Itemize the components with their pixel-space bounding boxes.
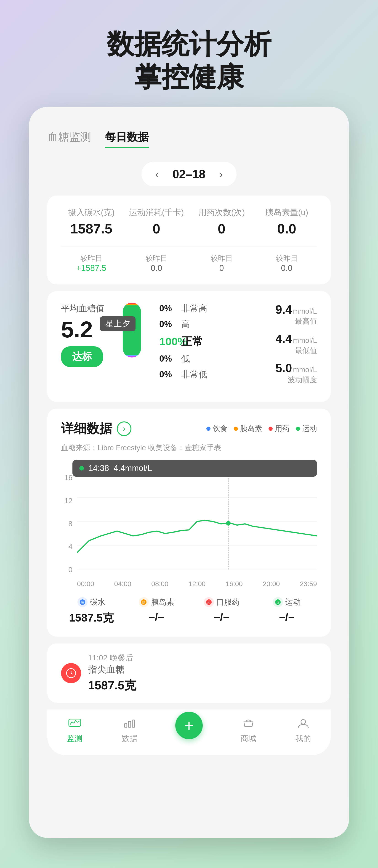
- medication-compare-label: 较昨日: [191, 253, 252, 264]
- stat-medication-value: 0: [191, 221, 252, 237]
- bottom-insulin-value: –/–: [126, 611, 187, 623]
- detail-section: 详细数据 › 饮食 胰岛素 用药 运动: [47, 409, 331, 637]
- x-label-2000: 20:00: [263, 580, 280, 588]
- x-label-0400: 04:00: [114, 580, 131, 588]
- nav-monitor[interactable]: 监测: [66, 716, 84, 744]
- bottom-oral-label: 药 口服药: [191, 597, 252, 608]
- bs-amplitude-value: 5.0: [275, 361, 292, 375]
- stat-carbs-label: 摄入碳水(克): [61, 207, 122, 218]
- stat-exercise: 运动消耗(千卡) 0: [126, 207, 187, 239]
- nav-data-label: 数据: [122, 733, 137, 744]
- chart-x-labels: 00:00 04:00 08:00 12:00 16:00 20:00 23:5…: [77, 580, 317, 588]
- medication-compare-value: 0: [191, 264, 252, 273]
- bs-max: 9.4 mmol/L 最高值: [275, 303, 317, 327]
- bs-badge: 达标: [61, 346, 103, 367]
- svg-text:药: 药: [207, 600, 210, 604]
- stat-carbs-value: 1587.5: [61, 221, 122, 237]
- stat-insulin-label: 胰岛素量(u): [256, 207, 317, 218]
- nav-shop[interactable]: 商城: [239, 716, 258, 744]
- insulin-icon: 胰: [139, 597, 149, 607]
- exercise-icon: 运: [273, 597, 283, 607]
- header-title-line2: 掌控健康: [18, 60, 360, 93]
- bottom-carbs-value: 1587.5克: [61, 611, 122, 625]
- bs-bar-chart: 星上夕: [114, 303, 150, 362]
- nav-add-button[interactable]: +: [175, 712, 203, 739]
- stat-compare-row: 较昨日 +1587.5 较昨日 0.0 较昨日 0 较昨日 0.0: [61, 253, 317, 273]
- exercise-compare-label: 较昨日: [126, 253, 187, 264]
- chart-area: [77, 473, 317, 569]
- svg-rect-14: [69, 719, 81, 726]
- x-label-2359: 23:59: [300, 580, 317, 588]
- blood-sugar-card: 平均血糖值 5.2 达标 星上夕 0% 非常高: [47, 291, 331, 402]
- svg-text:胰: 胰: [142, 600, 145, 604]
- legend-insulin-label: 胰岛素: [240, 424, 262, 434]
- bs-max-value: 9.4: [275, 303, 292, 316]
- shop-icon: [239, 716, 258, 731]
- nav-profile[interactable]: 我的: [294, 716, 312, 744]
- tab-daily-data[interactable]: 每日数据: [105, 130, 149, 148]
- chart-tooltip-dot: [79, 466, 84, 470]
- plus-icon: +: [184, 717, 194, 734]
- bs-min-label: 最低值: [275, 346, 317, 355]
- chart-tooltip-time: 14:38: [88, 463, 109, 473]
- dist-high-label: 高: [181, 318, 190, 330]
- stat-exercise-value: 0: [126, 221, 187, 237]
- bottom-stat-exercise: 运 运动 –/–: [256, 597, 317, 625]
- stat-insulin: 胰岛素量(u) 0.0: [256, 207, 317, 239]
- date-next-button[interactable]: ›: [219, 168, 223, 181]
- svg-point-18: [301, 719, 306, 724]
- blood-sugar-left: 平均血糖值 5.2 达标: [61, 303, 105, 367]
- bottom-stat-oral-med: 药 口服药 –/–: [191, 597, 252, 625]
- header-section: 数据统计分析 掌控健康: [0, 0, 378, 107]
- monitor-icon: [66, 716, 84, 731]
- dist-very-high: 0% 非常高: [159, 303, 266, 314]
- date-display: 02–18: [173, 167, 206, 181]
- legend-medication: 用药: [268, 424, 290, 434]
- stat-exercise-compare: 较昨日 0.0: [126, 253, 187, 273]
- y-label-12: 12: [61, 497, 72, 505]
- bs-right-stats: 9.4 mmol/L 最高值 4.4 mmol/L 最低值 5.0 mmol/L…: [275, 303, 317, 391]
- legend-exercise-label: 运动: [302, 424, 317, 434]
- stat-exercise-label: 运动消耗(千卡): [126, 207, 187, 218]
- exercise-compare-value: 0.0: [126, 264, 187, 273]
- x-label-0000: 00:00: [77, 580, 94, 588]
- bottom-oral-value: –/–: [191, 611, 252, 623]
- record-period-value: 晚餐后: [110, 653, 133, 662]
- insulin-compare-label: 较昨日: [256, 253, 317, 264]
- chart-tooltip: 14:38 4.4mmol/L: [72, 460, 317, 477]
- svg-text:运: 运: [277, 601, 279, 604]
- tab-blood-glucose[interactable]: 血糖监测: [47, 130, 91, 148]
- chart-container[interactable]: 14:38 4.4mmol/L 16 12 8 4 0: [61, 460, 317, 588]
- stat-medication-compare: 较昨日 0: [191, 253, 252, 273]
- dist-very-high-pct: 0%: [159, 304, 178, 313]
- bs-distribution: 0% 非常高 0% 高 100% 正常 0% 低 0% 非常低: [159, 303, 266, 384]
- nav-shop-label: 商城: [241, 733, 256, 744]
- detail-nav-icon[interactable]: ›: [117, 422, 132, 436]
- dist-normal: 100% 正常: [159, 334, 266, 349]
- bs-max-unit: mmol/L: [293, 307, 317, 315]
- legend-insulin-dot: [234, 427, 238, 431]
- nav-profile-label: 我的: [295, 733, 311, 744]
- phone-container: 血糖监测 每日数据 ‹ 02–18 › 摄入碳水(克) 1587.5 运动消耗(…: [29, 107, 349, 838]
- bs-bar-tooltip: 星上夕: [100, 316, 136, 331]
- nav-data[interactable]: 数据: [120, 716, 139, 744]
- bottom-carbs-text: 碳水: [90, 597, 105, 608]
- dist-low-pct: 0%: [159, 354, 178, 364]
- dist-very-high-label: 非常高: [181, 303, 207, 314]
- bar-high: [123, 304, 141, 305]
- legend-diet: 饮食: [206, 424, 227, 434]
- legend-exercise-dot: [296, 427, 300, 431]
- stats-grid: 摄入碳水(克) 1587.5 运动消耗(千卡) 0 用药次数(次) 0 胰岛素量…: [61, 207, 317, 239]
- nav-monitor-label: 监测: [67, 733, 83, 744]
- bs-amplitude-label: 波动幅度: [275, 375, 317, 385]
- bs-amplitude: 5.0 mmol/L 波动幅度: [275, 361, 317, 385]
- date-prev-button[interactable]: ‹: [155, 168, 159, 181]
- bs-max-label: 最高值: [275, 316, 317, 327]
- legend-insulin: 胰岛素: [234, 424, 262, 434]
- dist-high: 0% 高: [159, 318, 266, 330]
- bs-min-unit: mmol/L: [293, 336, 317, 344]
- dist-low: 0% 低: [159, 353, 266, 365]
- detail-header: 详细数据 › 饮食 胰岛素 用药 运动: [61, 420, 317, 437]
- y-label-0: 0: [61, 565, 72, 574]
- dist-very-low: 0% 非常低: [159, 369, 266, 380]
